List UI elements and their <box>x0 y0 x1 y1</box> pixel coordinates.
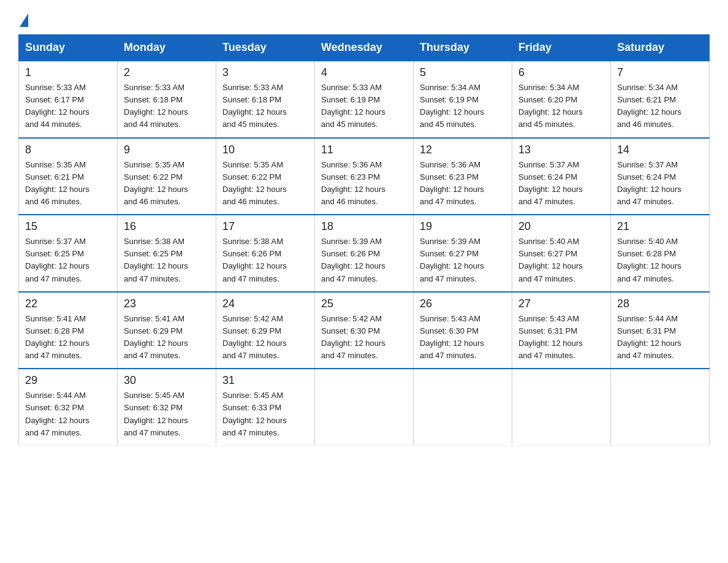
day-number: 5 <box>420 66 506 79</box>
day-info: Sunrise: 5:33 AMSunset: 6:17 PMDaylight:… <box>25 82 111 131</box>
calendar-cell: 14Sunrise: 5:37 AMSunset: 6:24 PMDayligh… <box>611 138 710 215</box>
day-number: 26 <box>420 297 506 310</box>
column-header-thursday: Thursday <box>414 35 512 61</box>
day-info: Sunrise: 5:34 AMSunset: 6:21 PMDaylight:… <box>617 82 703 131</box>
calendar-cell: 5Sunrise: 5:34 AMSunset: 6:19 PMDaylight… <box>414 61 512 138</box>
calendar-cell: 4Sunrise: 5:33 AMSunset: 6:19 PMDaylight… <box>315 61 414 138</box>
calendar-cell: 6Sunrise: 5:34 AMSunset: 6:20 PMDaylight… <box>512 61 611 138</box>
calendar-cell: 20Sunrise: 5:40 AMSunset: 6:27 PMDayligh… <box>512 215 611 292</box>
day-info: Sunrise: 5:44 AMSunset: 6:32 PMDaylight:… <box>25 389 111 439</box>
day-number: 3 <box>222 66 308 79</box>
day-number: 9 <box>124 144 210 156</box>
calendar-week-row: 29Sunrise: 5:44 AMSunset: 6:32 PMDayligh… <box>19 369 710 445</box>
day-info: Sunrise: 5:33 AMSunset: 6:18 PMDaylight:… <box>222 82 308 131</box>
logo <box>18 12 29 23</box>
day-number: 28 <box>617 297 703 310</box>
day-info: Sunrise: 5:45 AMSunset: 6:33 PMDaylight:… <box>222 389 308 439</box>
day-number: 8 <box>25 144 111 156</box>
day-info: Sunrise: 5:45 AMSunset: 6:32 PMDaylight:… <box>124 389 210 439</box>
day-number: 19 <box>420 220 506 233</box>
day-number: 22 <box>25 297 111 310</box>
calendar-cell: 15Sunrise: 5:37 AMSunset: 6:25 PMDayligh… <box>19 215 118 292</box>
calendar-cell: 12Sunrise: 5:36 AMSunset: 6:23 PMDayligh… <box>414 138 512 215</box>
calendar-cell: 1Sunrise: 5:33 AMSunset: 6:17 PMDaylight… <box>19 61 118 138</box>
calendar-cell <box>315 369 414 445</box>
calendar-cell: 21Sunrise: 5:40 AMSunset: 6:28 PMDayligh… <box>611 215 710 292</box>
day-number: 2 <box>124 66 210 79</box>
day-number: 1 <box>25 66 111 79</box>
day-number: 7 <box>617 66 703 79</box>
column-header-saturday: Saturday <box>611 35 710 61</box>
day-info: Sunrise: 5:44 AMSunset: 6:31 PMDaylight:… <box>617 313 703 362</box>
calendar-cell <box>611 369 710 445</box>
calendar-cell: 23Sunrise: 5:41 AMSunset: 6:29 PMDayligh… <box>118 292 216 369</box>
calendar-week-row: 1Sunrise: 5:33 AMSunset: 6:17 PMDaylight… <box>19 61 710 138</box>
day-number: 23 <box>124 297 210 310</box>
day-info: Sunrise: 5:38 AMSunset: 6:25 PMDaylight:… <box>124 236 210 285</box>
day-info: Sunrise: 5:33 AMSunset: 6:18 PMDaylight:… <box>124 82 210 131</box>
day-number: 12 <box>420 144 506 156</box>
day-number: 11 <box>321 144 407 156</box>
calendar-cell: 11Sunrise: 5:36 AMSunset: 6:23 PMDayligh… <box>315 138 414 215</box>
calendar-cell: 10Sunrise: 5:35 AMSunset: 6:22 PMDayligh… <box>216 138 315 215</box>
page-header <box>18 12 710 23</box>
day-info: Sunrise: 5:42 AMSunset: 6:29 PMDaylight:… <box>222 313 308 362</box>
day-info: Sunrise: 5:36 AMSunset: 6:23 PMDaylight:… <box>321 159 407 209</box>
calendar-cell: 31Sunrise: 5:45 AMSunset: 6:33 PMDayligh… <box>216 369 315 445</box>
calendar-cell: 7Sunrise: 5:34 AMSunset: 6:21 PMDaylight… <box>611 61 710 138</box>
calendar-header-row: SundayMondayTuesdayWednesdayThursdayFrid… <box>19 35 710 61</box>
day-number: 4 <box>321 66 407 79</box>
day-info: Sunrise: 5:39 AMSunset: 6:27 PMDaylight:… <box>420 236 506 285</box>
day-number: 21 <box>617 220 703 233</box>
calendar-cell: 8Sunrise: 5:35 AMSunset: 6:21 PMDaylight… <box>19 138 118 215</box>
day-info: Sunrise: 5:34 AMSunset: 6:20 PMDaylight:… <box>518 82 604 131</box>
day-info: Sunrise: 5:35 AMSunset: 6:22 PMDaylight:… <box>124 159 210 209</box>
day-info: Sunrise: 5:37 AMSunset: 6:25 PMDaylight:… <box>25 236 111 285</box>
day-info: Sunrise: 5:37 AMSunset: 6:24 PMDaylight:… <box>518 159 604 209</box>
calendar-cell: 9Sunrise: 5:35 AMSunset: 6:22 PMDaylight… <box>118 138 216 215</box>
day-info: Sunrise: 5:40 AMSunset: 6:27 PMDaylight:… <box>518 236 604 285</box>
calendar-cell: 2Sunrise: 5:33 AMSunset: 6:18 PMDaylight… <box>118 61 216 138</box>
day-number: 18 <box>321 220 407 233</box>
day-info: Sunrise: 5:34 AMSunset: 6:19 PMDaylight:… <box>420 82 506 131</box>
column-header-monday: Monday <box>118 35 216 61</box>
day-number: 20 <box>518 220 604 233</box>
calendar-cell: 19Sunrise: 5:39 AMSunset: 6:27 PMDayligh… <box>414 215 512 292</box>
day-number: 10 <box>222 144 308 156</box>
calendar-table: SundayMondayTuesdayWednesdayThursdayFrid… <box>18 34 710 446</box>
day-info: Sunrise: 5:35 AMSunset: 6:21 PMDaylight:… <box>25 159 111 209</box>
calendar-cell <box>414 369 512 445</box>
day-info: Sunrise: 5:41 AMSunset: 6:28 PMDaylight:… <box>25 313 111 362</box>
calendar-cell: 16Sunrise: 5:38 AMSunset: 6:25 PMDayligh… <box>118 215 216 292</box>
day-info: Sunrise: 5:33 AMSunset: 6:19 PMDaylight:… <box>321 82 407 131</box>
day-number: 13 <box>518 144 604 156</box>
calendar-cell: 24Sunrise: 5:42 AMSunset: 6:29 PMDayligh… <box>216 292 315 369</box>
day-number: 27 <box>518 297 604 310</box>
day-info: Sunrise: 5:38 AMSunset: 6:26 PMDaylight:… <box>222 236 308 285</box>
day-number: 25 <box>321 297 407 310</box>
calendar-cell: 28Sunrise: 5:44 AMSunset: 6:31 PMDayligh… <box>611 292 710 369</box>
calendar-cell: 25Sunrise: 5:42 AMSunset: 6:30 PMDayligh… <box>315 292 414 369</box>
day-number: 24 <box>222 297 308 310</box>
day-info: Sunrise: 5:42 AMSunset: 6:30 PMDaylight:… <box>321 313 407 362</box>
day-info: Sunrise: 5:43 AMSunset: 6:30 PMDaylight:… <box>420 313 506 362</box>
day-info: Sunrise: 5:40 AMSunset: 6:28 PMDaylight:… <box>617 236 703 285</box>
calendar-week-row: 15Sunrise: 5:37 AMSunset: 6:25 PMDayligh… <box>19 215 710 292</box>
calendar-cell: 22Sunrise: 5:41 AMSunset: 6:28 PMDayligh… <box>19 292 118 369</box>
day-info: Sunrise: 5:35 AMSunset: 6:22 PMDaylight:… <box>222 159 308 209</box>
day-info: Sunrise: 5:41 AMSunset: 6:29 PMDaylight:… <box>124 313 210 362</box>
calendar-cell: 27Sunrise: 5:43 AMSunset: 6:31 PMDayligh… <box>512 292 611 369</box>
day-number: 29 <box>25 374 111 387</box>
day-number: 14 <box>617 144 703 156</box>
calendar-cell <box>512 369 611 445</box>
calendar-cell: 3Sunrise: 5:33 AMSunset: 6:18 PMDaylight… <box>216 61 315 138</box>
logo-triangle-icon <box>20 13 28 27</box>
column-header-tuesday: Tuesday <box>216 35 315 61</box>
day-number: 31 <box>222 374 308 387</box>
calendar-cell: 26Sunrise: 5:43 AMSunset: 6:30 PMDayligh… <box>414 292 512 369</box>
day-info: Sunrise: 5:39 AMSunset: 6:26 PMDaylight:… <box>321 236 407 285</box>
day-number: 16 <box>124 220 210 233</box>
day-info: Sunrise: 5:43 AMSunset: 6:31 PMDaylight:… <box>518 313 604 362</box>
column-header-sunday: Sunday <box>19 35 118 61</box>
calendar-cell: 18Sunrise: 5:39 AMSunset: 6:26 PMDayligh… <box>315 215 414 292</box>
